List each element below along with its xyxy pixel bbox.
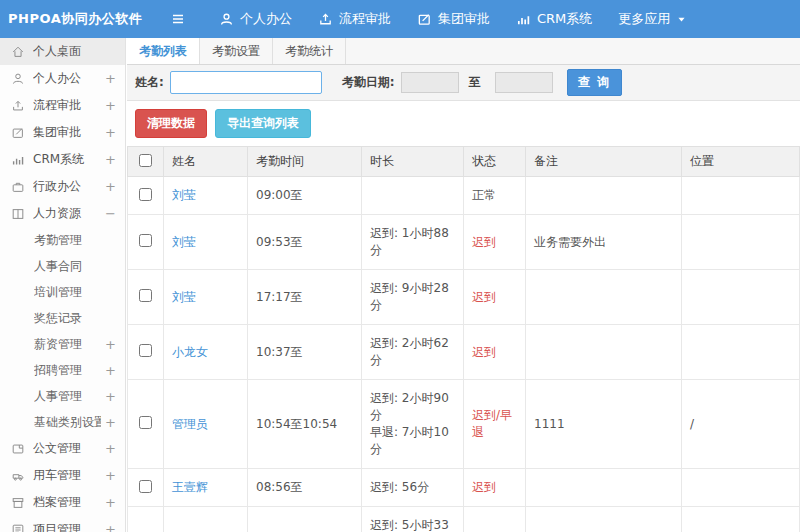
search-button[interactable]: 查 询 <box>567 69 622 96</box>
sidebar-subitem[interactable]: 人事管理+ <box>0 383 125 409</box>
employee-name-link[interactable]: 刘莹 <box>172 290 196 304</box>
sidebar-item-label: 公文管理 <box>33 440 101 457</box>
sidebar-subitem[interactable]: 基础类别设置+ <box>0 409 125 435</box>
employee-name-link[interactable]: 管理员 <box>172 417 208 431</box>
row-checkbox[interactable] <box>139 289 152 302</box>
column-header-location: 位置 <box>682 147 800 177</box>
sidebar-item[interactable]: CRM系统+ <box>0 146 125 173</box>
nav-more-apps[interactable]: 更多应用 <box>605 0 700 38</box>
row-note: 1111 <box>526 380 682 469</box>
user-icon <box>11 72 25 86</box>
date-to-input[interactable] <box>495 72 553 93</box>
row-duration <box>362 177 464 215</box>
hr-book-icon <box>11 207 25 221</box>
menu-toggle-icon[interactable] <box>170 11 186 27</box>
sidebar-item-label: 招聘管理 <box>34 362 101 379</box>
sidebar-subitem[interactable]: 奖惩记录 <box>0 305 125 331</box>
sidebar-subitem[interactable]: 薪资管理+ <box>0 331 125 357</box>
caret-down-icon <box>676 14 687 25</box>
row-checkbox[interactable] <box>139 234 152 247</box>
sidebar-item[interactable]: 人力资源− <box>0 200 125 227</box>
column-header-duration: 时长 <box>362 147 464 177</box>
document-icon <box>11 442 25 456</box>
nav-group-approval[interactable]: 集团审批 <box>404 0 503 38</box>
nav-workflow-approval[interactable]: 流程审批 <box>305 0 404 38</box>
clean-data-button[interactable]: 清理数据 <box>135 109 207 138</box>
top-nav: 个人办公 流程审批 集团审批 CRM系统 更多应用 <box>206 0 700 38</box>
nav-crm-system[interactable]: CRM系统 <box>503 0 605 38</box>
row-checkbox[interactable] <box>139 416 152 429</box>
expand-plus-icon[interactable]: + <box>101 389 116 404</box>
sidebar-item-label: 人事管理 <box>34 388 101 405</box>
sidebar-subitem[interactable]: 人事合同 <box>0 253 125 279</box>
employee-name-link[interactable]: 小龙女 <box>172 345 208 359</box>
select-all-checkbox[interactable] <box>139 154 152 167</box>
expand-plus-icon[interactable]: + <box>101 179 116 194</box>
sidebar-item-label: 薪资管理 <box>34 336 101 353</box>
row-checkbox[interactable] <box>139 344 152 357</box>
export-list-button[interactable]: 导出查询列表 <box>215 109 311 138</box>
sidebar-item[interactable]: 行政办公+ <box>0 173 125 200</box>
sidebar-subitem[interactable]: 招聘管理+ <box>0 357 125 383</box>
project-list-icon <box>11 523 25 532</box>
tab-attendance-list[interactable]: 考勤列表 <box>127 38 200 64</box>
tab-attendance-settings[interactable]: 考勤设置 <box>200 38 273 64</box>
workflow-icon <box>318 12 333 27</box>
sidebar-item[interactable]: 集团审批+ <box>0 119 125 146</box>
employee-name-link[interactable]: 王壹辉 <box>172 480 208 494</box>
row-note <box>526 469 682 507</box>
sidebar-item-label: 个人桌面 <box>33 43 116 60</box>
date-range-separator: 至 <box>469 74 481 91</box>
nav-personal-office[interactable]: 个人办公 <box>206 0 305 38</box>
sidebar-item[interactable]: 流程审批+ <box>0 92 125 119</box>
briefcase-icon <box>11 180 25 194</box>
expand-plus-icon[interactable]: + <box>101 363 116 378</box>
vehicle-icon <box>11 469 25 483</box>
sidebar-subitem[interactable]: 考勤管理 <box>0 227 125 253</box>
row-status: 迟到/早退 <box>464 380 526 469</box>
expand-plus-icon[interactable]: + <box>101 415 116 430</box>
sidebar-subitem[interactable]: 培训管理 <box>0 279 125 305</box>
expand-plus-icon[interactable]: + <box>101 441 116 456</box>
row-status: 迟到 <box>464 270 526 325</box>
expand-plus-icon[interactable]: + <box>101 98 116 113</box>
sidebar-item[interactable]: 用车管理+ <box>0 462 125 489</box>
expand-plus-icon[interactable]: + <box>101 522 116 532</box>
employee-name-link[interactable]: 刘莹 <box>172 188 196 202</box>
row-location <box>682 215 800 270</box>
row-status: 迟到 <box>464 469 526 507</box>
row-note <box>526 325 682 380</box>
nav-label: 流程审批 <box>339 10 391 28</box>
expand-plus-icon[interactable]: + <box>101 495 116 510</box>
expand-plus-icon[interactable]: + <box>101 71 116 86</box>
row-duration: 迟到: 1小时88分 <box>362 215 464 270</box>
date-from-input[interactable] <box>401 72 459 93</box>
row-checkbox[interactable] <box>139 188 152 201</box>
name-label: 姓名: <box>135 74 164 91</box>
row-location <box>682 177 800 215</box>
sidebar-item-label: 个人办公 <box>33 70 101 87</box>
expand-plus-icon[interactable]: + <box>101 125 116 140</box>
tab-attendance-statistics[interactable]: 考勤统计 <box>273 38 346 64</box>
employee-name-link[interactable]: 刘莹 <box>172 235 196 249</box>
sidebar-item-label: 行政办公 <box>33 178 101 195</box>
row-duration: 迟到: 5小时33分早退: 4小时67分 <box>362 507 464 532</box>
row-checkbox[interactable] <box>139 480 152 493</box>
sidebar-item[interactable]: 项目管理+ <box>0 516 125 532</box>
sidebar-item[interactable]: 公文管理+ <box>0 435 125 462</box>
attendance-table: 姓名 考勤时间 时长 状态 备注 位置 刘莹 09:00至 正常 刘莹 09:5… <box>127 146 800 532</box>
expand-plus-icon[interactable]: + <box>101 337 116 352</box>
table-row: 刘莹 09:00至 正常 <box>128 177 800 215</box>
column-header-note: 备注 <box>526 147 682 177</box>
expand-plus-icon[interactable]: + <box>101 152 116 167</box>
attendance-table-body: 刘莹 09:00至 正常 刘莹 09:53至 迟到: 1小时88分 迟到 业务需… <box>128 177 800 532</box>
expand-plus-icon[interactable]: + <box>101 468 116 483</box>
row-status: 迟到 <box>464 325 526 380</box>
sidebar-item[interactable]: 档案管理+ <box>0 489 125 516</box>
nav-label: CRM系统 <box>537 10 592 28</box>
name-input[interactable] <box>170 71 322 94</box>
tab-bar: 考勤列表 考勤设置 考勤统计 <box>127 38 800 65</box>
sidebar-item[interactable]: 个人办公+ <box>0 65 125 92</box>
sidebar-item[interactable]: 个人桌面 <box>0 38 125 65</box>
collapse-minus-icon[interactable]: − <box>101 206 116 221</box>
